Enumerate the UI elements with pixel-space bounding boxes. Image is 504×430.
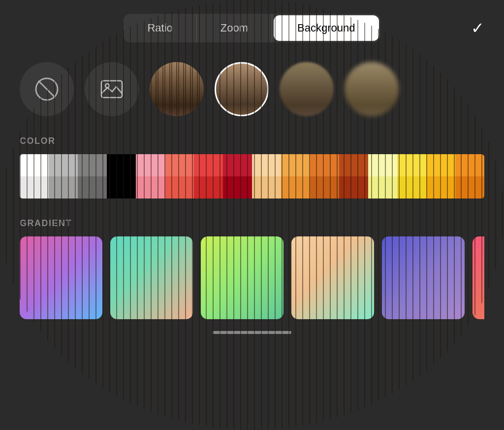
background-forest4[interactable] [345, 62, 399, 116]
background-forest2[interactable] [215, 62, 269, 116]
background-forest3[interactable] [280, 62, 334, 116]
confirm-button[interactable]: ✓ [471, 19, 484, 37]
image-options [0, 52, 504, 131]
